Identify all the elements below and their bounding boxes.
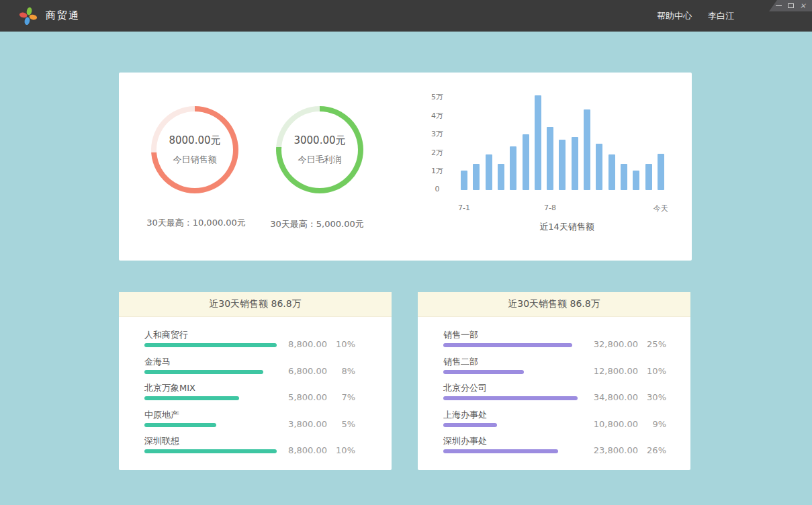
today-sales-value: 8000.00元 xyxy=(169,134,220,147)
bar-day-12 xyxy=(596,144,602,190)
rank-row: 深圳联想8,800.0010% xyxy=(144,435,392,462)
dept-rank-header: 近30天销售额 86.8万 xyxy=(418,292,690,317)
rank-value: 8,800.00 xyxy=(273,445,327,455)
profit-30d-max-caption: 30天最高：5,000.00元 xyxy=(243,218,391,230)
y-axis-tick: 5万 xyxy=(424,92,451,102)
bar-day-17 xyxy=(658,154,664,190)
customer-rank-card: 近30天销售额 86.8万 人和商贸行8,800.0010%金海马6,800.0… xyxy=(119,292,392,470)
sales-14d-bar-chart xyxy=(461,95,666,190)
rank-percent: 10% xyxy=(335,445,355,455)
rank-percent: 25% xyxy=(646,339,666,349)
bar-day-9 xyxy=(559,140,566,190)
today-profit-donut-center: 3000.00元 今日毛利润 xyxy=(281,111,358,188)
rank-value: 32,800.00 xyxy=(584,339,638,349)
rank-value: 12,800.00 xyxy=(584,366,638,376)
rank-value: 6,800.00 xyxy=(273,366,327,376)
x-axis-tick: 7-1 xyxy=(458,203,470,212)
y-axis-tick: 2万 xyxy=(424,148,451,158)
customer-rank-list: 人和商贸行8,800.0010%金海马6,800.008%北京万象MIX5,80… xyxy=(119,317,392,470)
dept-rank-card: 近30天销售额 86.8万 销售一部32,800.0025%销售二部12,800… xyxy=(418,292,690,470)
rank-row: 销售一部32,800.0025% xyxy=(443,329,690,356)
bar-day-8 xyxy=(547,127,553,190)
rank-bar xyxy=(443,343,572,347)
rank-figures: 34,800.0030% xyxy=(584,392,666,402)
rank-value: 23,800.00 xyxy=(584,445,638,455)
bar-day-7 xyxy=(535,95,541,190)
rank-percent: 9% xyxy=(646,419,666,429)
rank-row: 人和商贸行8,800.0010% xyxy=(144,329,392,356)
y-axis-tick: 4万 xyxy=(424,111,451,121)
dept-rank-title: 近30天销售额 86.8万 xyxy=(508,298,600,310)
rank-row: 北京万象MIX5,800.007% xyxy=(144,382,392,409)
y-axis-tick: 3万 xyxy=(424,129,451,139)
rank-bar xyxy=(144,370,263,374)
today-overview-card: 8000.00元 今日销售额 3000.00元 今日毛利润 30天最高：10,0… xyxy=(119,73,692,261)
rank-percent: 10% xyxy=(335,339,355,349)
today-sales-donut-center: 8000.00元 今日销售额 xyxy=(156,111,233,188)
bar-day-11 xyxy=(584,109,590,190)
nav-help-center[interactable]: 帮助中心 xyxy=(657,10,692,22)
minimize-icon[interactable] xyxy=(776,5,782,6)
rank-figures: 23,800.0026% xyxy=(584,445,666,455)
rank-value: 34,800.00 xyxy=(584,392,638,402)
chart-y-axis: 5万4万3万2万1万0 xyxy=(424,73,451,261)
rank-bar xyxy=(443,370,524,374)
rank-value: 8,800.00 xyxy=(273,339,327,349)
y-axis-tick: 0 xyxy=(424,185,451,193)
rank-row: 深圳办事处23,800.0026% xyxy=(443,435,690,462)
rank-bar xyxy=(144,396,239,400)
titlebar: 商贸通 帮助中心 李白江 × xyxy=(0,0,812,32)
bar-day-1 xyxy=(461,171,467,190)
maximize-icon[interactable] xyxy=(788,3,794,8)
rank-figures: 8,800.0010% xyxy=(273,339,355,349)
rank-row: 中原地产3,800.005% xyxy=(144,409,392,436)
y-axis-tick: 1万 xyxy=(424,166,451,176)
rank-bar xyxy=(443,449,558,453)
nav-user-name[interactable]: 李白江 xyxy=(708,10,734,22)
rank-value: 3,800.00 xyxy=(273,419,327,429)
app-window: 商贸通 帮助中心 李白江 × 8000.00元 今日销售额 3000.00元 今… xyxy=(0,0,812,505)
x-axis-tick: 7-8 xyxy=(544,203,556,212)
rank-row: 上海办事处10,800.009% xyxy=(443,409,690,436)
rank-figures: 8,800.0010% xyxy=(273,445,355,455)
rank-percent: 30% xyxy=(646,392,666,402)
customer-rank-title: 近30天销售额 86.8万 xyxy=(209,298,301,310)
rank-figures: 3,800.005% xyxy=(273,419,355,429)
rank-percent: 8% xyxy=(335,366,355,376)
bar-day-5 xyxy=(510,146,516,190)
rank-figures: 10,800.009% xyxy=(584,419,666,429)
window-controls: × xyxy=(769,0,812,11)
bar-day-15 xyxy=(633,171,639,190)
customer-rank-header: 近30天销售额 86.8万 xyxy=(119,292,392,317)
rank-value: 5,800.00 xyxy=(273,392,327,402)
today-sales-donut: 8000.00元 今日销售额 xyxy=(151,106,238,193)
rank-figures: 32,800.0025% xyxy=(584,339,666,349)
today-sales-label: 今日销售额 xyxy=(173,154,217,166)
bar-day-10 xyxy=(572,137,578,190)
rank-bar xyxy=(443,396,578,400)
today-profit-value: 3000.00元 xyxy=(294,134,345,147)
rank-percent: 7% xyxy=(335,392,355,402)
titlebar-nav: 帮助中心 李白江 xyxy=(657,0,734,32)
bar-day-14 xyxy=(621,164,627,190)
x-axis-tick: 今天 xyxy=(653,203,668,214)
rank-row: 北京分公司34,800.0030% xyxy=(443,382,690,409)
app-title: 商贸通 xyxy=(46,9,80,22)
chart-title: 近14天销售额 xyxy=(500,221,634,233)
rank-row: 金海马6,800.008% xyxy=(144,356,392,383)
rank-figures: 12,800.0010% xyxy=(584,366,666,376)
rank-figures: 6,800.008% xyxy=(273,366,355,376)
bar-day-6 xyxy=(523,134,529,190)
dept-rank-list: 销售一部32,800.0025%销售二部12,800.0010%北京分公司34,… xyxy=(418,317,690,470)
close-icon[interactable]: × xyxy=(800,2,806,9)
rank-percent: 10% xyxy=(646,366,666,376)
rank-figures: 5,800.007% xyxy=(273,392,355,402)
rank-bar xyxy=(144,343,277,347)
bar-day-2 xyxy=(473,164,480,190)
rank-row: 销售二部12,800.0010% xyxy=(443,356,690,383)
bar-day-3 xyxy=(486,154,492,190)
pinwheel-logo-icon xyxy=(18,6,38,26)
rank-percent: 26% xyxy=(646,445,666,455)
today-profit-label: 今日毛利润 xyxy=(298,154,342,166)
rank-bar xyxy=(144,423,216,427)
